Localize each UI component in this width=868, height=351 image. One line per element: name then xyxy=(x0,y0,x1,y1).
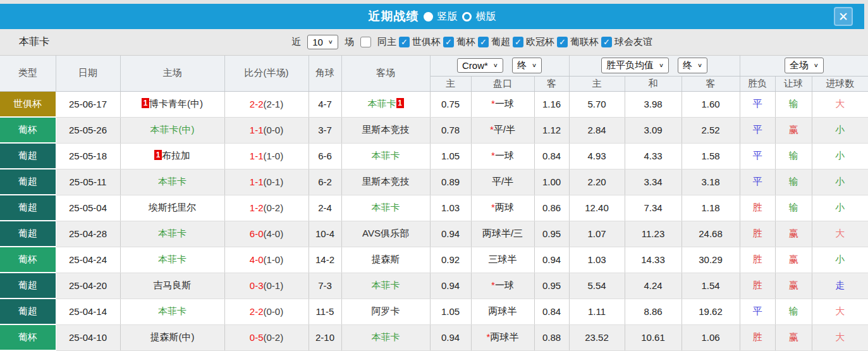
cell-handicap-result: 赢 xyxy=(775,324,812,350)
col-type: 类型 xyxy=(0,56,56,91)
handicap-text: 一球 xyxy=(495,150,514,161)
cell-asia-away-odds: 0.86 xyxy=(534,195,569,221)
col-asia-home: 主 xyxy=(430,76,471,91)
cell-handicap: *平/半 xyxy=(471,117,534,143)
cell-score: 1-1(1-0) xyxy=(224,143,309,169)
cell-result: 平 xyxy=(740,117,775,143)
red-card-badge: 1 xyxy=(396,98,404,108)
cell-home-team: 1博卡青年(中) xyxy=(120,91,224,117)
halftime-score: (0-2) xyxy=(264,202,284,213)
cell-competition-type: 葡杯 xyxy=(0,117,56,143)
handicap-text: 两球半 xyxy=(489,305,517,316)
close-button[interactable]: ✕ xyxy=(834,7,853,26)
home-team-name: 本菲卡(中) xyxy=(150,124,195,135)
cell-handicap-result: 输 xyxy=(775,91,812,117)
halftime-score: (0-1) xyxy=(264,280,284,291)
league-checkbox-3[interactable]: ✓ xyxy=(513,37,523,47)
cell-asia-home-odds: 1.05 xyxy=(430,299,471,324)
league-checkbox-5[interactable]: ✓ xyxy=(601,37,612,47)
radio-horizontal-unselected-icon[interactable] xyxy=(462,12,472,22)
chevron-down-icon: ∨ xyxy=(814,63,819,69)
cell-away-team: AVS俱乐部 xyxy=(341,221,430,247)
check-icon: ✓ xyxy=(559,37,566,47)
cell-asia-away-odds: 1.12 xyxy=(534,117,569,143)
cell-eu-away-odds: 24.68 xyxy=(682,221,740,247)
league-checkbox-2[interactable]: ✓ xyxy=(478,37,489,47)
cell-competition-type: 葡超 xyxy=(0,299,56,324)
check-icon: ✓ xyxy=(515,37,522,47)
cell-away-team: 本菲卡 xyxy=(341,143,430,169)
table-row: 葡超 25-05-04 埃斯托里尔 1-2(0-2) 2-4 本菲卡 1.03 … xyxy=(0,195,868,221)
cell-date: 25-04-14 xyxy=(56,299,120,324)
table-row: 世俱杯 25-06-17 1博卡青年(中) 2-2(2-1) 4-7 本菲卡1 … xyxy=(0,91,868,117)
cell-handicap: 三球半 xyxy=(471,247,534,273)
cell-corners: 4-7 xyxy=(309,91,341,117)
results-tbody: 世俱杯 25-06-17 1博卡青年(中) 2-2(2-1) 4-7 本菲卡1 … xyxy=(0,91,868,350)
cell-eu-draw-odds: 8.86 xyxy=(625,299,682,324)
cell-score: 1-2(0-2) xyxy=(224,195,309,221)
cell-score: 1-1(0-1) xyxy=(224,169,309,195)
check-icon: ✓ xyxy=(401,37,408,47)
league-checkbox-1[interactable]: ✓ xyxy=(443,37,454,47)
cell-asia-home-odds: 1.03 xyxy=(430,195,471,221)
cell-eu-draw-odds: 7.34 xyxy=(625,195,682,221)
cell-eu-home-odds: 4.93 xyxy=(569,143,625,169)
home-team-name: 本菲卡 xyxy=(158,254,186,264)
radio-vertical-label[interactable]: 竖版 xyxy=(437,10,458,23)
radio-horizontal-label[interactable]: 横版 xyxy=(476,10,496,23)
col-home: 主场 xyxy=(120,56,224,91)
league-checkbox-4[interactable]: ✓ xyxy=(557,37,568,47)
team-name: 本菲卡 xyxy=(19,35,49,49)
same-venue-checkbox[interactable] xyxy=(360,37,371,47)
table-header: 类型 日期 主场 比分(半场) 角球 客场 Crow* ∨ 终 ∨ xyxy=(0,56,868,91)
cell-handicap-result: 赢 xyxy=(775,247,812,273)
cell-eu-draw-odds: 10.61 xyxy=(625,324,682,350)
table-row: 葡杯 25-04-24 本菲卡 4-0(1-0) 14-2 提森斯 0.92 三… xyxy=(0,247,868,273)
recent-results-modal: 近期战绩 竖版 横版 ✕ 本菲卡 近 10 ∨ 场 同主 ✓ 世俱杯 ✓ 葡杯 … xyxy=(0,0,868,351)
results-table: 类型 日期 主场 比分(半场) 角球 客场 Crow* ∨ 终 ∨ xyxy=(0,56,868,351)
table-row: 葡超 25-04-28 本菲卡 6-0(4-0) 10-4 AVS俱乐部 0.9… xyxy=(0,221,868,247)
cell-date: 25-05-11 xyxy=(56,169,120,195)
league-label-5: 球会友谊 xyxy=(614,36,652,48)
cell-asia-away-odds: 0.94 xyxy=(534,247,569,273)
handicap-text: 两球 xyxy=(495,202,514,212)
europe-odds-select[interactable]: 胜平负均值 ∨ xyxy=(601,58,669,73)
fulltime-score: 1-1 xyxy=(250,176,264,187)
cell-eu-home-odds: 1.11 xyxy=(569,299,625,324)
halftime-score: (0-1) xyxy=(264,176,284,187)
cell-handicap-result: 输 xyxy=(775,299,812,324)
league-checkbox-0[interactable]: ✓ xyxy=(399,37,410,47)
odds-time-select[interactable]: 终 ∨ xyxy=(512,58,542,73)
cell-eu-away-odds: 1.54 xyxy=(682,273,740,299)
chevron-down-icon: ∨ xyxy=(532,63,537,69)
europe-time-select[interactable]: 终 ∨ xyxy=(678,58,707,73)
cell-corners: 11-5 xyxy=(309,299,341,324)
cell-eu-draw-odds: 4.24 xyxy=(625,273,682,299)
cell-goals-result: 小 xyxy=(812,117,868,143)
halftime-score: (1-0) xyxy=(264,254,284,265)
cell-away-team: 本菲卡 xyxy=(341,273,430,299)
cell-goals-result: 大 xyxy=(812,91,868,117)
scope-select[interactable]: 全场 ∨ xyxy=(785,58,824,73)
col-goals: 进球数 xyxy=(812,76,868,91)
cell-handicap-result: 输 xyxy=(775,143,812,169)
cell-home-team: 本菲卡 xyxy=(120,169,224,195)
cell-score: 0-3(0-1) xyxy=(224,273,309,299)
cell-eu-away-odds: 19.62 xyxy=(682,299,740,324)
cell-home-team: 埃斯托里尔 xyxy=(120,195,224,221)
odds-source-select[interactable]: Crow* ∨ xyxy=(457,58,503,73)
home-team-name: 本菲卡 xyxy=(158,228,186,238)
fulltime-score: 0-3 xyxy=(250,280,264,291)
col-corners: 角球 xyxy=(309,56,341,91)
table-row: 葡超 25-04-20 吉马良斯 0-3(0-1) 7-3 本菲卡 0.94 *… xyxy=(0,273,868,299)
cell-competition-type: 葡超 xyxy=(0,195,56,221)
cell-date: 25-05-26 xyxy=(56,117,120,143)
cell-eu-draw-odds: 3.34 xyxy=(625,169,682,195)
handicap-text: 一球 xyxy=(495,280,514,290)
radio-vertical-selected-icon[interactable] xyxy=(424,12,433,22)
cell-handicap-result: 赢 xyxy=(775,221,812,247)
cell-handicap: 两球半/三 xyxy=(471,221,534,247)
check-icon: ✓ xyxy=(603,37,610,47)
chevron-down-icon: ∨ xyxy=(493,63,498,69)
match-count-select[interactable]: 10 ∨ xyxy=(307,35,338,49)
